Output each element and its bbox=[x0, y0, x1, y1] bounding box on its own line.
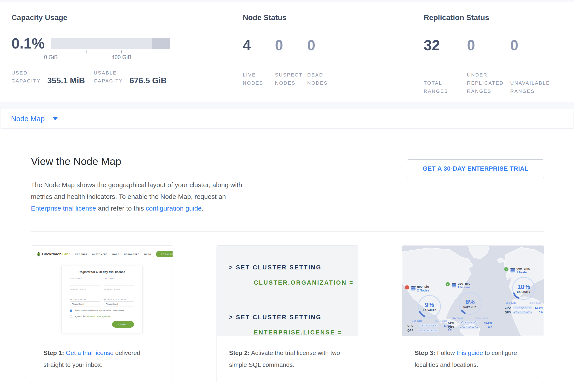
sql-command: > SET CLUSTER SETTINGCLUSTER.ORGANIZATIO… bbox=[229, 264, 358, 286]
status-value: 4 bbox=[243, 36, 275, 54]
mini-field-label: FIRST NAME bbox=[70, 278, 100, 280]
cpu-value: 12.3% bbox=[532, 306, 543, 309]
capacity-stat: USED CAPACITY355.1 MiB bbox=[11, 69, 85, 85]
node-status-title: Node Status bbox=[243, 13, 424, 22]
qps-label: QPS bbox=[505, 311, 513, 314]
cpu-label: CPU bbox=[505, 306, 513, 309]
text-link[interactable]: Enterprise trial license bbox=[31, 205, 96, 212]
step-label: Step 1: bbox=[43, 350, 64, 356]
cpu-label: CPU bbox=[407, 324, 416, 327]
step-3-caption: Step 3: Follow this guide to configure l… bbox=[402, 336, 544, 371]
mini-form-field: PROJECT PHASEPlease Select bbox=[70, 296, 100, 306]
total-capacity-value: 34.4 GiB bbox=[530, 301, 541, 304]
status-label: DEAD NODES bbox=[307, 71, 339, 87]
mini-checkbox-updates-label: I would like to receive email updates ab… bbox=[74, 309, 125, 312]
map-location-names: geo=sfo2 Nodes bbox=[417, 285, 429, 292]
summary-strip: Capacity Usage 0.1% 0 GiB400 GiB USED CA… bbox=[0, 2, 574, 102]
database-stack-icon bbox=[510, 267, 515, 274]
mini-form-field: COMPANY EMAIL bbox=[104, 286, 134, 296]
capacity-gauge-center: 10%CAPACITY bbox=[511, 276, 536, 301]
capacity-gauge-center: 9%CAPACITY bbox=[417, 294, 442, 319]
replication-status-values: 3200 bbox=[424, 36, 569, 54]
capacity-caption: CAPACITY bbox=[423, 309, 436, 311]
status-label: UNAVAILABLE RANGES bbox=[510, 79, 554, 95]
step-1-caption: Step 1: Get a trial license delivered st… bbox=[31, 336, 173, 371]
cluster-overview-page: Capacity Usage 0.1% 0 GiB400 GiB USED CA… bbox=[0, 0, 574, 392]
sql-command-argument: CLUSTER.ORGANIZATION = bbox=[254, 279, 358, 286]
text-link[interactable]: this guide bbox=[457, 350, 483, 356]
qps-metric-row: QPS0.0 bbox=[505, 310, 543, 314]
sparkline-chart bbox=[456, 321, 482, 324]
sql-command-argument: ENTERPRISE.LICENSE = bbox=[254, 329, 358, 336]
node-map-content: View the Node Map The Node Map shows the… bbox=[0, 129, 574, 392]
sparkline-chart bbox=[416, 329, 441, 332]
mini-license-link: Software License Agreement. bbox=[86, 315, 112, 317]
axis-tick bbox=[86, 51, 86, 53]
capacity-caption: CAPACITY bbox=[517, 291, 531, 293]
step-3-card: 1geo=sfo2 Nodes9%CAPACITY3.2 GiB35.1 GiB… bbox=[402, 245, 544, 383]
cpu-metric-row: CPU11.0% bbox=[407, 324, 451, 327]
map-location-nyc: ✓geo=nyc2 Nodes6%CAPACITY3.7 GiB65.7 GiB… bbox=[446, 282, 494, 330]
capacity-gauge: 6%CAPACITY bbox=[457, 291, 483, 316]
page-title: View the Node Map bbox=[31, 155, 121, 167]
sparkline-chart bbox=[513, 306, 532, 309]
mini-field-label: PROJECT PHASE bbox=[70, 299, 100, 300]
cpu-metric-row: CPU12.3% bbox=[505, 306, 543, 309]
capacity-stats: USED CAPACITY355.1 MiBUSABLE CAPACITY676… bbox=[11, 69, 243, 85]
step-2-caption: Step 2: Activate the trial license with … bbox=[217, 336, 358, 371]
status-value: 32 bbox=[424, 36, 467, 54]
capacity-values: 3.6 GiB34.4 GiB bbox=[506, 301, 541, 304]
map-location-names: geo=nyc2 Nodes bbox=[458, 282, 470, 289]
qps-label: QPS bbox=[448, 326, 456, 329]
capacity-stat-label: USABLE CAPACITY bbox=[94, 69, 129, 85]
step-2-card: > SET CLUSTER SETTINGCLUSTER.ORGANIZATIO… bbox=[217, 245, 358, 383]
mini-download-button: DOWNLOAD bbox=[156, 251, 173, 257]
mini-checkbox-license-label: I agree to the Software License Agreemen… bbox=[74, 315, 112, 318]
map-location-node-count: 2 Nodes bbox=[458, 285, 470, 289]
capacity-usage-section: Capacity Usage 0.1% 0 GiB400 GiB USED CA… bbox=[0, 2, 243, 102]
capacity-gauge: 9%CAPACITY bbox=[417, 294, 442, 319]
mini-field-label: COMPANY NAME bbox=[70, 288, 100, 290]
text-link[interactable]: Get a trial license bbox=[66, 350, 113, 356]
capacity-percent: 0.1% bbox=[11, 35, 44, 52]
sql-command-line: > SET CLUSTER SETTING bbox=[229, 314, 358, 321]
error-badge-icon: 1 bbox=[405, 285, 409, 289]
checkbox-checked-icon bbox=[70, 310, 72, 312]
mini-form-field: COMPANY NAME bbox=[70, 286, 100, 296]
capacity-stat-value: 676.5 GiB bbox=[129, 76, 167, 85]
replication-status-labels: TOTAL RANGESUNDER-​REPLICATED RANGESUNAV… bbox=[424, 71, 569, 95]
node-map-illustration: 1geo=sfo2 Nodes9%CAPACITY3.2 GiB35.1 GiB… bbox=[402, 246, 544, 336]
mini-logo-labs-text: LABS bbox=[62, 253, 71, 256]
cpu-label: CPU bbox=[448, 321, 456, 324]
capacity-stat-label: USED CAPACITY bbox=[11, 69, 47, 85]
section-divider bbox=[31, 231, 544, 231]
capacity-stat-value: 355.1 MiB bbox=[47, 76, 85, 85]
mini-nav-item: CUSTOMERS bbox=[92, 253, 108, 255]
capacity-axis-ticks bbox=[51, 50, 170, 54]
capacity-stat: USABLE CAPACITY676.5 GiB bbox=[94, 69, 167, 85]
mini-field-label: COMPANY EMAIL bbox=[104, 288, 134, 290]
sql-command: > SET CLUSTER SETTINGENTERPRISE.LICENSE … bbox=[229, 314, 358, 336]
map-location-header: ✓geo=nyc2 Nodes bbox=[446, 282, 494, 289]
steps-cards-row: Cockroach LABS PRODUCTCUSTOMERSDOCSRESOU… bbox=[31, 245, 544, 383]
capacity-bar bbox=[51, 38, 170, 49]
node-map-dropdown[interactable]: Node Map bbox=[1, 109, 573, 129]
capacity-gauge-center: 6%CAPACITY bbox=[457, 291, 483, 316]
status-value: 0 bbox=[307, 36, 339, 54]
text-link[interactable]: configuration guide bbox=[146, 205, 202, 212]
sparkline-chart bbox=[416, 324, 441, 327]
capacity-caption: CAPACITY bbox=[463, 306, 477, 308]
node-status-section: Node Status 400 LIVE NODESSUSPECT NODESD… bbox=[243, 2, 424, 102]
used-capacity-value: 3.2 GiB bbox=[412, 319, 422, 322]
replication-status-section: Replication Status 3200 TOTAL RANGESUNDE… bbox=[424, 2, 569, 102]
step-label: Step 3: bbox=[415, 350, 435, 356]
status-value: 0 bbox=[275, 36, 307, 54]
enterprise-trial-button[interactable]: GET A 30-DAY ENTERPRISE TRIAL bbox=[407, 159, 544, 178]
qps-label: QPS bbox=[407, 329, 416, 332]
axis-tick bbox=[121, 51, 122, 53]
mini-nav-item: PRODUCT bbox=[76, 253, 87, 255]
mini-checkbox-updates: I would like to receive email updates ab… bbox=[70, 309, 134, 312]
qps-value: 0.0 bbox=[482, 326, 492, 329]
axis-tick-label: 0 GiB bbox=[44, 54, 58, 60]
mini-nav-item: RESOURCES bbox=[124, 253, 140, 255]
